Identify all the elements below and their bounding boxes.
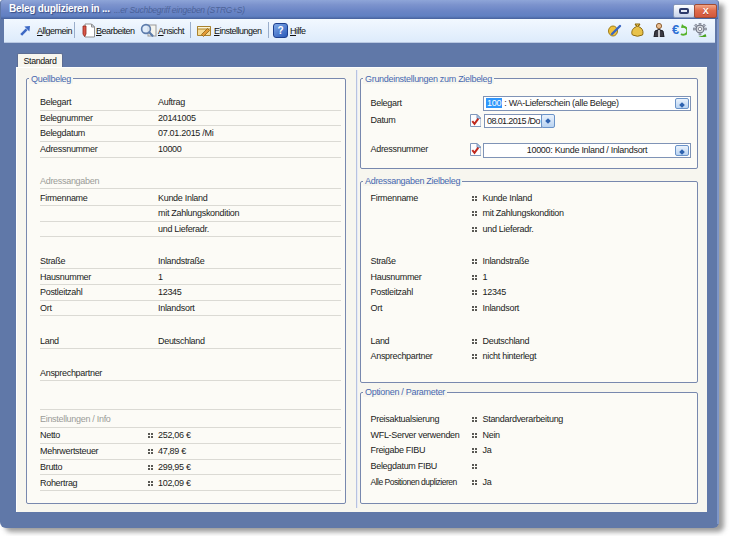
svg-text:€: € — [672, 23, 679, 37]
